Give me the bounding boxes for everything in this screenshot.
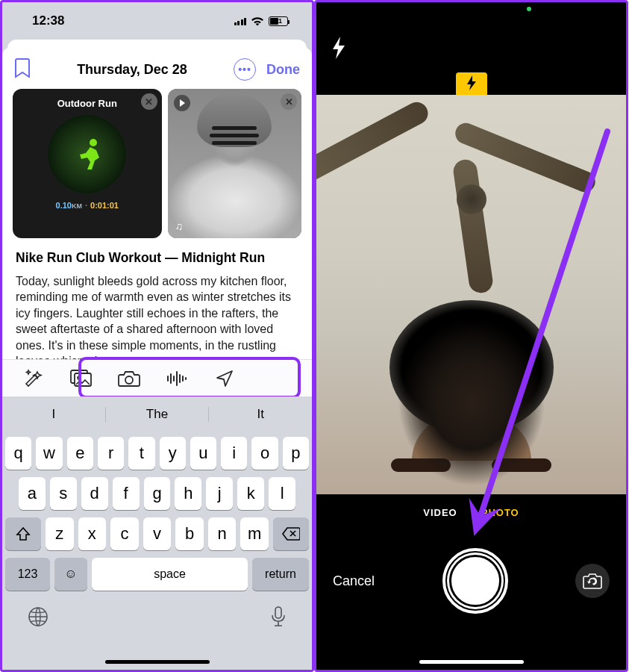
status-icons: 51 [234, 16, 289, 26]
status-time: 12:38 [32, 13, 64, 28]
flip-camera-button[interactable] [575, 564, 610, 598]
suggestion-2[interactable]: The [105, 407, 210, 422]
keyboard: qwertyuiop asdfghjkl zxcvbnm 123 ☺ space… [2, 432, 312, 670]
space-key[interactable]: space [92, 558, 248, 591]
sheet-header: Thursday, Dec 28 ••• Done [2, 47, 312, 89]
key-s[interactable]: s [50, 477, 77, 510]
delete-key[interactable] [273, 517, 309, 550]
audio-icon[interactable] [157, 364, 196, 393]
workout-label: Outdoor Run [57, 98, 117, 109]
attachment-cards: ✕ Outdoor Run 0.10KM · 0:01:01 ✕ ♫ [2, 89, 312, 238]
camera-icon[interactable] [110, 364, 148, 393]
cancel-button[interactable]: Cancel [333, 573, 375, 589]
entry-title: Nike Run Club Workout — Midnight Run [16, 250, 298, 266]
entry-toolbar [2, 359, 312, 396]
suggestion-3[interactable]: It [209, 407, 312, 422]
key-o[interactable]: o [251, 437, 278, 470]
key-m[interactable]: m [240, 517, 269, 550]
globe-icon[interactable] [28, 606, 48, 627]
key-w[interactable]: w [36, 437, 62, 470]
key-p[interactable]: p [283, 437, 309, 470]
key-l[interactable]: l [269, 477, 295, 510]
key-i[interactable]: i [221, 437, 247, 470]
key-j[interactable]: j [206, 477, 233, 510]
play-icon[interactable] [174, 95, 190, 111]
key-q[interactable]: q [5, 437, 31, 470]
media-card[interactable]: ✕ ♫ [168, 89, 302, 238]
svg-point-0 [90, 139, 97, 146]
workout-card[interactable]: ✕ Outdoor Run 0.10KM · 0:01:01 [13, 89, 162, 238]
battery-icon: 51 [269, 16, 288, 26]
runner-icon [69, 137, 105, 172]
camera-app-screenshot: VIDEO PHOTO Cancel [314, 0, 628, 672]
key-u[interactable]: u [190, 437, 216, 470]
keyboard-suggestions: I The It [2, 396, 312, 432]
mode-video[interactable]: VIDEO [423, 507, 457, 518]
photo-library-icon[interactable] [62, 364, 101, 393]
key-g[interactable]: g [144, 477, 171, 510]
home-indicator[interactable] [105, 660, 210, 664]
key-r[interactable]: r [98, 437, 124, 470]
flash-icon[interactable] [331, 37, 346, 62]
location-icon[interactable] [205, 364, 244, 393]
emoji-key[interactable]: ☺ [54, 558, 87, 591]
key-e[interactable]: e [67, 437, 93, 470]
camera-controls: Cancel [316, 547, 626, 615]
workout-stats: 0.10KM · 0:01:01 [56, 201, 119, 210]
key-t[interactable]: t [128, 437, 154, 470]
shift-key[interactable] [5, 517, 41, 550]
status-bar: 12:38 51 [2, 2, 312, 40]
key-x[interactable]: x [78, 517, 107, 550]
key-v[interactable]: v [143, 517, 172, 550]
mode-photo[interactable]: PHOTO [481, 507, 519, 518]
key-h[interactable]: h [175, 477, 201, 510]
svg-point-4 [125, 376, 133, 384]
suggestion-1[interactable]: I [2, 407, 105, 422]
numbers-key[interactable]: 123 [5, 558, 50, 591]
key-a[interactable]: a [19, 477, 46, 510]
camera-mode-selector[interactable]: VIDEO PHOTO [316, 507, 626, 518]
svg-rect-6 [275, 607, 281, 618]
key-d[interactable]: d [81, 477, 108, 510]
key-n[interactable]: n [208, 517, 237, 550]
entry-text[interactable]: Today, sunlight bleeds gold across my ki… [16, 273, 298, 370]
key-z[interactable]: z [46, 517, 74, 550]
cellular-icon [234, 16, 247, 25]
privacy-indicator-icon [527, 7, 531, 11]
key-c[interactable]: c [110, 517, 139, 550]
key-b[interactable]: b [175, 517, 204, 550]
flash-on-badge[interactable] [456, 72, 487, 96]
dictation-icon[interactable] [270, 606, 287, 628]
shutter-button[interactable] [447, 553, 504, 609]
close-icon[interactable]: ✕ [141, 93, 157, 110]
wifi-icon [251, 16, 264, 26]
camera-viewfinder[interactable] [316, 95, 626, 494]
key-y[interactable]: y [160, 437, 186, 470]
more-button[interactable]: ••• [234, 58, 256, 81]
bookmark-icon[interactable] [14, 57, 31, 81]
done-button[interactable]: Done [266, 62, 300, 78]
return-key[interactable]: return [252, 558, 309, 591]
music-icon: ♫ [175, 220, 184, 232]
workout-ring [48, 115, 126, 193]
journal-app-screenshot: 12:38 51 Thursday, Dec 28 ••• Done ✕ [0, 0, 314, 672]
entry-date: Thursday, Dec 28 [77, 62, 187, 78]
magic-wand-icon[interactable] [14, 364, 53, 393]
key-k[interactable]: k [237, 477, 264, 510]
home-indicator[interactable] [419, 660, 524, 664]
key-f[interactable]: f [113, 477, 140, 510]
close-icon[interactable]: ✕ [281, 93, 297, 110]
